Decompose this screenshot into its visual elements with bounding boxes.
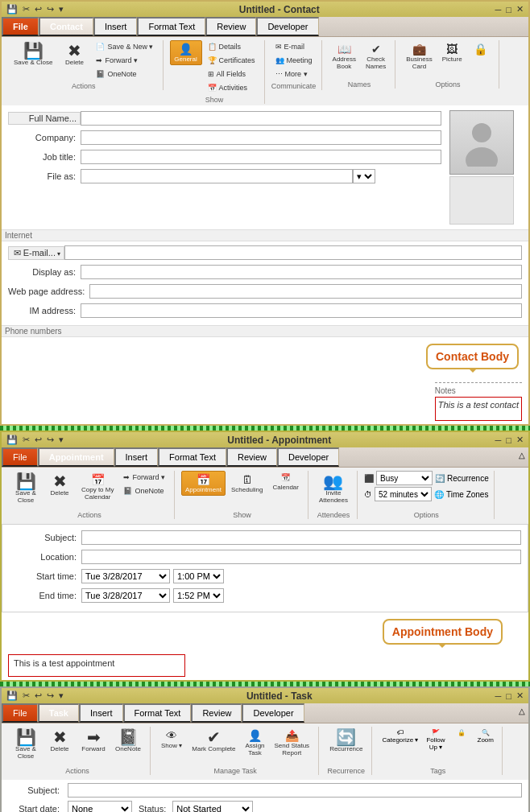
appt-minimize-icon[interactable]: ─ <box>494 435 503 446</box>
calendar-button[interactable]: 📆 Calendar <box>269 471 303 493</box>
more-button[interactable]: ⋯ More ▾ <box>271 68 317 80</box>
details-button[interactable]: 📋 Details <box>204 40 259 53</box>
delete-button[interactable]: ✖ Delete <box>58 40 90 68</box>
copy-to-calendar-button[interactable]: 📅 Copy to MyCalendar <box>77 471 118 503</box>
qa-more-icon[interactable]: ▾ <box>57 3 65 15</box>
appt-insert-tab[interactable]: Insert <box>114 447 159 467</box>
task-minimize-icon[interactable]: ─ <box>494 690 503 702</box>
file-as-input[interactable] <box>81 169 353 183</box>
task-expand-icon[interactable]: △ <box>516 703 528 723</box>
duration-select[interactable]: 52 minutes <box>375 487 432 501</box>
show-button[interactable]: 👁 Show ▾ <box>157 727 186 752</box>
forward-button[interactable]: ➡ Forward ▾ <box>92 54 157 67</box>
task-onenote-button[interactable]: 📓 OneNote <box>111 727 145 755</box>
qa-undo-icon[interactable]: ↩ <box>33 3 43 15</box>
web-page-input[interactable] <box>89 284 522 299</box>
task-tab[interactable]: Task <box>38 703 79 723</box>
appt-qa-undo-icon[interactable]: ↩ <box>33 434 43 446</box>
status-select[interactable]: Not Started <box>172 801 253 812</box>
send-status-button[interactable]: 📤 Send StatusReport <box>271 727 314 759</box>
task-format-tab[interactable]: Format Text <box>123 703 192 723</box>
mark-complete-button[interactable]: ✔ Mark Complete <box>188 727 239 755</box>
format-text-tab[interactable]: Format Text <box>137 17 205 36</box>
job-title-input[interactable] <box>81 150 441 164</box>
appt-tab[interactable]: Appointment <box>38 447 114 467</box>
save-new-button[interactable]: 📄 Save & New ▾ <box>92 40 157 53</box>
appointment-body-input[interactable]: This is a test appointment <box>8 654 185 677</box>
categorize-button[interactable]: 🏷 Categorize ▾ <box>379 727 421 746</box>
private-lock-button[interactable]: 🔒 <box>468 40 494 58</box>
task-qa-cut-icon[interactable]: ✂ <box>21 690 31 702</box>
contact-tab[interactable]: Contact <box>39 17 93 36</box>
appt-developer-tab[interactable]: Developer <box>277 447 339 467</box>
im-address-input[interactable] <box>81 303 522 318</box>
maximize-icon[interactable]: □ <box>504 4 513 15</box>
start-date-select[interactable]: Tue 3/28/2017 <box>81 569 170 583</box>
end-date-select[interactable]: Tue 3/28/2017 <box>81 588 170 603</box>
save-close-button[interactable]: 💾 Save & Close <box>10 40 56 68</box>
insert-tab[interactable]: Insert <box>93 17 138 36</box>
email-dropdown-button[interactable]: ✉ E-mail...▾ <box>8 246 64 260</box>
appt-qa-redo-icon[interactable]: ↪ <box>45 434 56 446</box>
appt-save-close-button[interactable]: 💾 Save &Close <box>10 471 42 506</box>
appt-onenote-button[interactable]: 📓 OneNote <box>119 484 169 497</box>
picture-button[interactable]: 🖼 Picture <box>438 40 466 65</box>
check-names-button[interactable]: ✔ CheckNames <box>362 40 390 72</box>
task-developer-tab[interactable]: Developer <box>242 703 304 723</box>
start-date-select-task[interactable]: None <box>68 801 132 812</box>
qa-redo-icon[interactable]: ↪ <box>45 3 56 15</box>
display-as-input[interactable] <box>81 265 522 279</box>
task-file-tab[interactable]: File <box>2 703 38 723</box>
email-input[interactable] <box>64 245 522 260</box>
appt-qa-cut-icon[interactable]: ✂ <box>21 434 31 446</box>
review-tab[interactable]: Review <box>205 17 256 36</box>
full-name-button[interactable]: Full Name... <box>8 112 81 125</box>
meeting-button[interactable]: 👥 Meeting <box>271 54 317 67</box>
task-delete-button[interactable]: ✖ Delete <box>43 727 76 755</box>
qa-cut-icon[interactable]: ✂ <box>21 3 31 15</box>
appt-close-icon[interactable]: ✕ <box>515 434 525 446</box>
file-as-select[interactable]: ▾ <box>353 169 375 183</box>
appt-qa-save-icon[interactable]: 💾 <box>5 434 19 446</box>
zoom-button[interactable]: 🔍 Zoom <box>474 727 497 746</box>
subject-input[interactable] <box>81 530 521 545</box>
appt-file-tab[interactable]: File <box>2 447 38 467</box>
task-subject-input[interactable] <box>68 783 522 798</box>
appt-review-tab[interactable]: Review <box>226 447 277 467</box>
task-forward-button[interactable]: ➡ Forward <box>77 727 110 755</box>
minimize-icon[interactable]: ─ <box>494 4 503 15</box>
appointment-btn[interactable]: 📅 Appointment <box>181 471 226 496</box>
task-qa-undo-icon[interactable]: ↩ <box>33 690 43 702</box>
location-input[interactable] <box>81 550 521 564</box>
task-qa-save-icon[interactable]: 💾 <box>5 690 19 702</box>
contact-notes-input[interactable]: This is a test contact <box>435 397 522 421</box>
task-review-tab[interactable]: Review <box>191 703 242 723</box>
appt-maximize-icon[interactable]: □ <box>504 435 513 446</box>
appt-expand-icon[interactable]: △ <box>516 447 528 467</box>
task-qa-redo-icon[interactable]: ↪ <box>45 690 56 702</box>
start-time-select[interactable]: 1:00 PM <box>173 569 224 583</box>
task-close-icon[interactable]: ✕ <box>515 690 525 702</box>
certificates-button[interactable]: 🏆 Certificates <box>204 54 259 67</box>
assign-task-button[interactable]: 👤 AssignTask <box>242 727 269 759</box>
onenote-button[interactable]: 📓 OneNote <box>92 68 157 80</box>
task-qa-more-icon[interactable]: ▾ <box>57 690 65 702</box>
general-button[interactable]: 👤 General <box>170 40 202 65</box>
appt-forward-button[interactable]: ➡ Forward ▾ <box>119 471 169 484</box>
close-icon[interactable]: ✕ <box>515 3 525 15</box>
end-time-select[interactable]: 1:52 PM <box>173 588 224 603</box>
scheduling-button[interactable]: 🗓 Scheduling <box>227 471 267 496</box>
developer-tab[interactable]: Developer <box>256 17 318 36</box>
follow-up-button[interactable]: 🚩 FollowUp ▾ <box>423 727 448 753</box>
all-fields-button[interactable]: ⊞ All Fields <box>204 68 259 80</box>
appt-format-tab[interactable]: Format Text <box>158 447 226 467</box>
task-maximize-icon[interactable]: □ <box>504 690 513 702</box>
company-input[interactable] <box>81 130 441 145</box>
recurrence-button[interactable]: Recurrence <box>447 474 489 483</box>
time-zones-button[interactable]: Time Zones <box>446 490 488 499</box>
qa-save-icon[interactable]: 💾 <box>5 3 19 15</box>
appt-qa-more-icon[interactable]: ▾ <box>57 434 65 446</box>
task-save-close-button[interactable]: 💾 Save &Close <box>10 727 42 762</box>
business-card-button[interactable]: 💼 BusinessCard <box>402 40 436 72</box>
email-button[interactable]: ✉ E-mail <box>271 40 317 53</box>
